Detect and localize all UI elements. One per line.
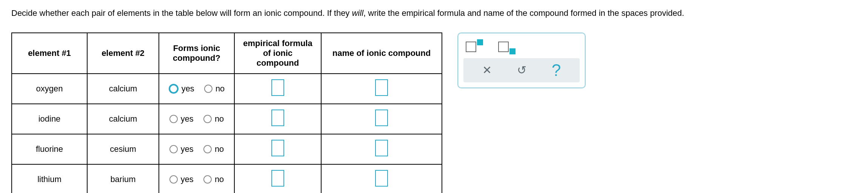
toolbox-panel: ✕ ↺ ? [457,32,586,88]
name-input[interactable] [375,79,388,96]
header-element-1: element #1 [12,33,87,74]
cell-formula [234,104,321,134]
cell-name [321,104,442,134]
radio-no-label: no [215,84,225,94]
table-row: iodinecalciumyesno [12,104,442,134]
instructions-text-pre: Decide whether each pair of elements in … [11,8,352,18]
cell-forms-ionic: yesno [159,74,234,104]
table-row: lithiumbariumyesno [12,164,442,193]
square-icon [466,42,476,52]
name-input[interactable] [375,140,388,156]
instructions-em: will [352,8,363,18]
square-icon [477,39,483,45]
cell-element-1: lithium [12,164,87,193]
cell-formula [234,134,321,164]
close-icon: ✕ [482,63,492,77]
cell-element-2: calcium [87,74,159,104]
square-icon [509,48,516,54]
cell-name [321,74,442,104]
cell-formula [234,164,321,193]
formula-input[interactable] [271,79,284,96]
cell-forms-ionic: yesno [159,134,234,164]
formula-input[interactable] [271,140,284,156]
radio-yes-label: yes [181,114,194,124]
header-empirical-formula: empirical formula of ionic compound [234,33,321,74]
table-row: fluorinecesiumyesno [12,134,442,164]
reset-icon: ↺ [517,63,526,77]
name-input[interactable] [375,110,388,126]
cell-element-2: calcium [87,104,159,134]
radio-yes-label: yes [181,174,194,184]
radio-no-label: no [215,114,224,124]
cell-element-2: barium [87,164,159,193]
formula-input[interactable] [271,170,284,187]
radio-yes-label: yes [181,144,194,154]
close-button[interactable]: ✕ [479,63,494,78]
cell-forms-ionic: yesno [159,104,234,134]
header-forms-ionic: Forms ionic compound? [159,33,234,74]
radio-yes[interactable] [169,175,178,184]
radio-no[interactable] [203,145,212,153]
radio-no-label: no [215,144,224,154]
cell-formula [234,74,321,104]
cell-element-1: fluorine [12,134,87,164]
radio-no[interactable] [204,85,212,93]
radio-no[interactable] [203,175,212,184]
name-input[interactable] [375,170,388,187]
reset-button[interactable]: ↺ [514,63,529,78]
radio-yes[interactable] [169,115,178,123]
radio-yes[interactable] [169,84,179,94]
cell-forms-ionic: yesno [159,164,234,193]
header-compound-name: name of ionic compound [321,33,442,74]
cell-name [321,164,442,193]
subscript-button[interactable] [498,42,516,52]
formula-input[interactable] [271,110,284,126]
instructions: Decide whether each pair of elements in … [11,8,857,19]
radio-yes[interactable] [169,145,178,153]
radio-yes-label: yes [182,84,194,94]
radio-no-label: no [215,174,224,184]
table-row: oxygencalciumyesno [12,74,442,104]
superscript-button[interactable] [466,42,483,52]
elements-table: element #1 element #2 Forms ionic compou… [11,32,442,193]
cell-name [321,134,442,164]
cell-element-1: oxygen [12,74,87,104]
header-element-2: element #2 [87,33,159,74]
cell-element-2: cesium [87,134,159,164]
cell-element-1: iodine [12,104,87,134]
help-button[interactable]: ? [549,63,564,78]
radio-no[interactable] [203,115,212,123]
instructions-text-post: , write the empirical formula and name o… [363,8,684,18]
square-icon [498,42,509,52]
help-icon: ? [552,61,561,80]
